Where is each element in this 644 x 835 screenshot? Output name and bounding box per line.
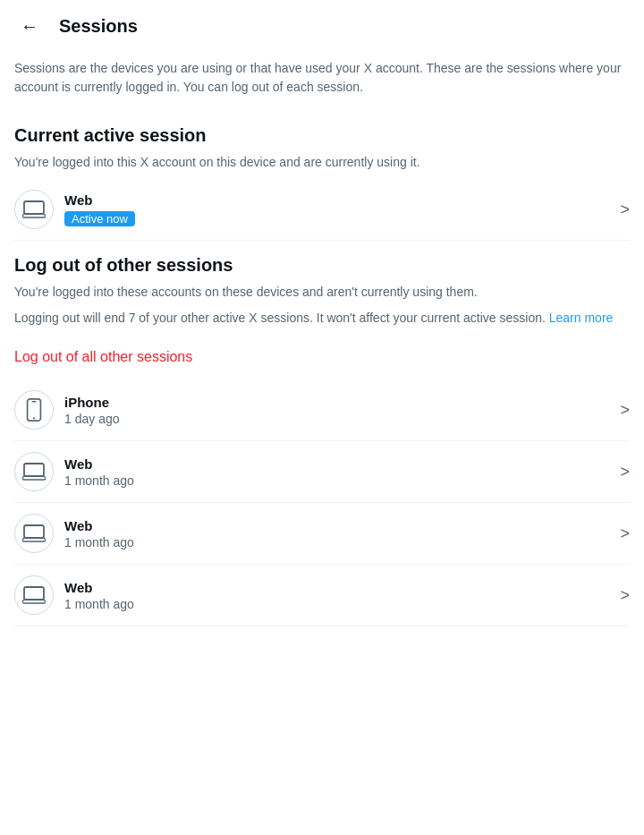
svg-rect-5 [24, 464, 44, 476]
session-icon-container [14, 190, 54, 229]
other-sessions-title: Log out of other sessions [14, 241, 630, 283]
laptop-icon [22, 584, 46, 607]
session-chevron-icon: > [620, 586, 630, 605]
active-session-row[interactable]: Web Active now > [14, 179, 630, 241]
sessions-page: ← Sessions Sessions are the devices you … [0, 0, 644, 626]
session-info: iPhone 1 day ago [64, 395, 613, 426]
laptop-icon [22, 198, 46, 221]
learn-more-link[interactable]: Learn more [549, 311, 614, 325]
session-name: Web [64, 518, 613, 533]
back-button[interactable]: ← [14, 11, 45, 41]
session-chevron-icon: > [620, 524, 630, 543]
session-time: 1 day ago [64, 412, 613, 426]
session-time: 1 month ago [64, 473, 613, 488]
session-info: Web 1 month ago [64, 580, 613, 611]
content-area: Sessions are the devices you are using o… [0, 52, 644, 626]
session-item[interactable]: Web 1 month ago > [14, 503, 630, 565]
svg-point-4 [33, 417, 35, 419]
session-name: iPhone [64, 395, 613, 410]
other-sessions-subtitle: You're logged into these accounts on the… [14, 283, 630, 302]
session-item[interactable]: Web 1 month ago > [14, 565, 630, 626]
session-chevron-icon: > [620, 401, 630, 420]
svg-rect-0 [24, 201, 44, 214]
current-session-title: Current active session [14, 111, 630, 153]
other-sessions-list: iPhone 1 day ago > Web 1 month ago [14, 379, 630, 626]
current-session-subtitle: You're logged into this X account on thi… [14, 153, 630, 172]
session-icon-container [14, 390, 54, 430]
session-info: Web 1 month ago [64, 518, 613, 550]
session-icon-container [14, 575, 54, 615]
svg-rect-7 [24, 525, 44, 538]
session-name: Web [64, 580, 613, 595]
header: ← Sessions [0, 0, 644, 52]
session-time: 1 month ago [64, 535, 613, 550]
session-chevron-icon: > [620, 463, 630, 481]
active-session-info: Web Active now [64, 192, 613, 226]
session-item[interactable]: Web 1 month ago > [14, 441, 630, 503]
logout-notice: Logging out will end 7 of your other act… [14, 309, 630, 328]
laptop-icon [22, 522, 46, 545]
active-session-badge: Active now [64, 211, 135, 226]
back-arrow-icon: ← [21, 16, 38, 37]
session-time: 1 month ago [64, 597, 613, 611]
session-icon-container [14, 514, 54, 553]
active-session-name: Web [64, 192, 613, 208]
page-title: Sessions [59, 16, 138, 37]
logout-notice-text: Logging out will end 7 of your other act… [14, 311, 549, 325]
session-info: Web 1 month ago [64, 456, 613, 488]
session-name: Web [64, 456, 613, 472]
intro-description: Sessions are the devices you are using o… [14, 52, 630, 111]
laptop-icon [22, 460, 46, 483]
phone-icon [24, 398, 44, 422]
logout-all-button[interactable]: Log out of all other sessions [14, 342, 192, 379]
session-icon-container [14, 452, 54, 491]
active-session-chevron-icon: > [620, 200, 630, 219]
session-item[interactable]: iPhone 1 day ago > [14, 379, 630, 441]
svg-rect-9 [24, 587, 44, 600]
